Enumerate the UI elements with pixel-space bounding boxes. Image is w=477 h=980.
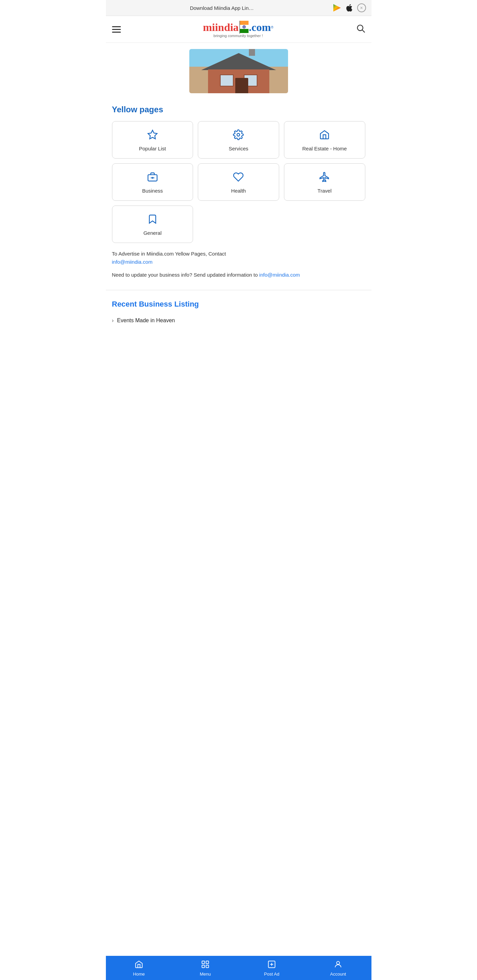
category-business[interactable]: Business [112,163,193,201]
gear-icon [233,129,244,142]
category-popular-list[interactable]: Popular List [112,121,193,159]
general-label: General [144,230,161,237]
categories-grid-row2: Business Health Travel [112,163,365,201]
listing-item[interactable]: › Events Made in Heaven [112,314,365,327]
category-travel[interactable]: Travel [284,163,365,201]
popular-list-label: Popular List [139,145,166,152]
google-play-icon[interactable] [333,3,341,12]
briefcase-icon [147,172,158,184]
advertise-info: To Advertise in Miindia.com Yellow Pages… [112,250,365,266]
yellow-pages-title: Yellow pages [112,105,365,115]
svg-point-13 [237,134,240,136]
hamburger-menu-button[interactable] [112,26,121,33]
search-button[interactable] [356,24,365,35]
banner-text: Download Miindia App Lin… [111,5,333,11]
real-estate-label: Real Estate - Home [302,145,347,152]
travel-label: Travel [317,188,332,194]
banner-close-button[interactable]: × [357,3,366,12]
banner-icons: × [333,3,366,12]
category-real-estate[interactable]: Real Estate - Home [284,121,365,159]
svg-marker-0 [333,4,341,11]
logo-flag-icon [239,21,249,34]
logo-text: miindia [203,21,239,34]
svg-line-11 [362,30,364,32]
advertise-email-link[interactable]: info@miindia.com [112,259,153,265]
section-divider [106,290,372,290]
update-email-link[interactable]: info@miindia.com [259,272,300,278]
category-health[interactable]: Health [198,163,279,201]
apple-icon[interactable] [345,3,354,12]
category-general[interactable]: General [112,205,193,243]
hero-image [106,43,372,97]
bottom-spacer [106,331,372,354]
logo-domain: .com [249,21,271,34]
update-text: Need to update your business info? Send … [112,272,258,278]
hero-house-image [189,49,288,93]
chevron-right-icon: › [112,318,114,324]
logo-tagline: bringing community together ! [214,34,263,38]
search-icon [356,24,365,33]
category-services[interactable]: Services [198,121,279,159]
house-illustration [201,59,276,93]
business-label: Business [142,188,163,194]
plane-icon [319,172,330,184]
svg-rect-1 [240,21,249,25]
heart-icon [233,172,244,184]
logo[interactable]: miindia .com ® bringing community togeth… [203,21,273,38]
advertise-text: To Advertise in Miindia.com Yellow Pages… [112,251,226,256]
header: miindia .com ® bringing community togeth… [106,16,372,43]
categories-grid-row3: General [112,205,365,243]
svg-marker-12 [148,130,157,138]
yellow-pages-section: Yellow pages Popular List Services [106,97,372,287]
categories-grid-row1: Popular List Services Real Estate - Home [112,121,365,159]
recent-section-title: Recent Business Listing [112,300,365,309]
svg-rect-3 [240,29,249,33]
services-label: Services [229,145,249,152]
top-banner: Download Miindia App Lin… × [106,0,372,16]
logo-registered: ® [271,25,273,29]
bookmark-icon [147,214,158,226]
health-label: Health [231,188,246,194]
home-icon [319,129,330,142]
star-icon [147,129,158,142]
recent-business-section: Recent Business Listing › Events Made in… [106,293,372,331]
update-info: Need to update your business info? Send … [112,271,365,279]
listing-name: Events Made in Heaven [117,318,175,324]
